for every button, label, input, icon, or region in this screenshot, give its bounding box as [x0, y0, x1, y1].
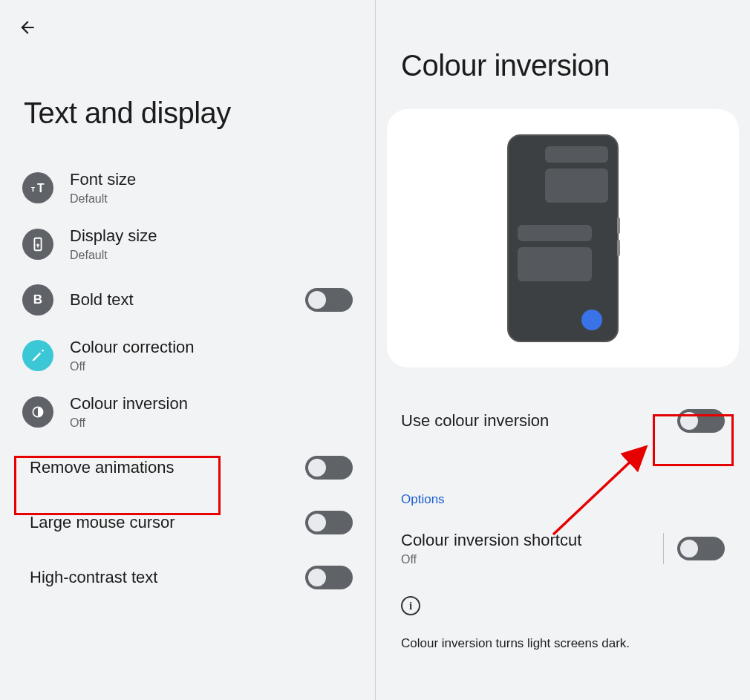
shortcut-title: Colour inversion shortcut: [401, 531, 650, 550]
list-item-high-contrast-text[interactable]: High-contrast text: [7, 550, 368, 605]
item-title: Display size: [70, 226, 353, 246]
page-title: Colour inversion: [376, 0, 750, 109]
high-contrast-text-toggle[interactable]: [305, 566, 353, 589]
shortcut-toggle[interactable]: [677, 537, 725, 560]
use-colour-inversion-row: Use colour inversion: [376, 409, 750, 433]
shortcut-sub: Off: [401, 553, 650, 566]
item-sub: Default: [70, 249, 353, 262]
item-title: Bold text: [70, 290, 305, 310]
display-size-icon: [22, 229, 53, 260]
use-colour-inversion-toggle[interactable]: [677, 409, 725, 433]
bold-text-icon: B: [22, 284, 53, 315]
list-item-display-size[interactable]: Display size Default: [7, 216, 368, 272]
preview-card: [387, 109, 739, 367]
options-section-label: Options: [376, 492, 750, 507]
item-title: Font size: [70, 170, 353, 189]
phone-mockup: [507, 134, 619, 342]
colour-inversion-icon: [22, 396, 53, 428]
list-item-remove-animations[interactable]: Remove animations: [7, 440, 368, 495]
back-button[interactable]: [16, 16, 39, 39]
item-title: High-contrast text: [30, 568, 305, 587]
info-text: Colour inversion turns light screens dar…: [376, 636, 750, 651]
large-mouse-cursor-toggle[interactable]: [305, 511, 353, 534]
list-item-colour-inversion[interactable]: Colour inversion Off: [7, 384, 368, 440]
item-sub: Default: [70, 192, 353, 206]
vertical-divider: [663, 533, 664, 564]
item-title: Large mouse cursor: [30, 513, 305, 532]
svg-text:T: T: [37, 182, 45, 194]
page-title: Text and display: [0, 0, 375, 160]
arrow-back-icon: [18, 18, 37, 37]
colour-correction-icon: [22, 340, 53, 371]
item-title: Remove animations: [30, 458, 305, 477]
item-title: Colour inversion: [70, 394, 353, 413]
item-title: Colour correction: [70, 338, 353, 357]
item-sub: Off: [70, 360, 353, 373]
item-sub: Off: [70, 416, 353, 430]
use-colour-inversion-label: Use colour inversion: [401, 411, 677, 431]
list-item-large-mouse-cursor[interactable]: Large mouse cursor: [7, 495, 368, 550]
list-item-bold-text[interactable]: B Bold text: [7, 272, 368, 327]
svg-text:т: т: [31, 184, 36, 193]
list-item-colour-correction[interactable]: Colour correction Off: [7, 327, 368, 384]
info-icon: i: [401, 596, 420, 615]
shortcut-row[interactable]: Colour inversion shortcut Off: [376, 531, 750, 566]
settings-list: тT Font size Default Display size Defaul…: [0, 160, 375, 605]
list-item-font-size[interactable]: тT Font size Default: [7, 160, 368, 216]
font-size-icon: тT: [22, 172, 53, 203]
remove-animations-toggle[interactable]: [305, 456, 353, 480]
bold-text-toggle[interactable]: [305, 288, 353, 312]
